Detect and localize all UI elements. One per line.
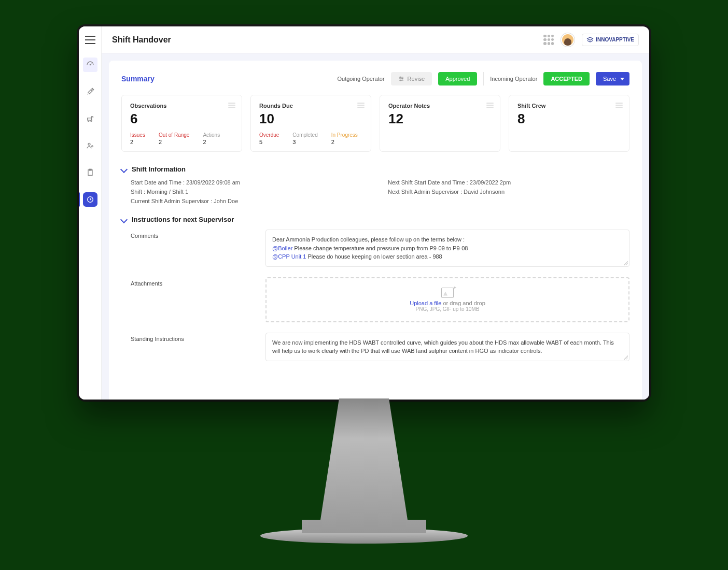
chevron-down-icon (120, 216, 128, 223)
sidebar-tools-icon[interactable] (83, 84, 97, 99)
apps-grid-icon[interactable] (543, 35, 554, 45)
svg-point-11 (400, 80, 401, 81)
incoming-operator-label: Incoming Operator (490, 76, 537, 82)
card-notes[interactable]: Operator Notes 12 (380, 95, 500, 152)
sidebar-equipment-icon[interactable] (83, 111, 97, 126)
comments-label: Comments (131, 230, 245, 267)
brand-badge[interactable]: INNOVAPPTIVE (582, 34, 639, 46)
svg-point-4 (88, 143, 90, 145)
card-crew[interactable]: Shift Crew 8 (509, 95, 629, 152)
brand-label: INNOVAPPTIVE (596, 37, 634, 42)
standing-instructions-input[interactable]: We are now implementing the HDS WABT con… (265, 333, 629, 361)
svg-point-9 (400, 77, 401, 78)
page-title: Shift Handover (112, 35, 171, 45)
upload-link[interactable]: Upload a file (410, 300, 441, 306)
drag-handle-icon (357, 103, 365, 108)
standing-label: Standing Instructions (131, 333, 245, 361)
card-rounds[interactable]: Rounds Due 10 Overdue5 Completed3 In Pro… (250, 95, 371, 152)
revise-button[interactable]: Revise (391, 72, 432, 86)
sliders-icon (398, 76, 404, 82)
shift-start: Start Date and Time : 23/09/2022 09:08 a… (131, 179, 372, 186)
next-shift-start: Next Shift Start Date and Time : 23/09/2… (388, 179, 629, 186)
upload-hint: PNG, JPG, GIF up to 10MB (276, 306, 619, 312)
attachments-dropzone[interactable]: Upload a file or drag and drop PNG, JPG,… (265, 277, 629, 322)
chevron-down-icon (120, 165, 128, 173)
svg-point-2 (88, 120, 89, 122)
chevron-down-icon (620, 78, 624, 80)
approved-button[interactable]: Approved (438, 72, 477, 86)
sidebar-clipboard-icon[interactable] (83, 165, 97, 180)
outgoing-operator-label: Outgoing Operator (337, 76, 384, 82)
hamburger-menu[interactable] (85, 35, 95, 45)
summary-heading: Summary (121, 75, 155, 83)
current-supervisor: Current Shift Admin Supervisor : John Do… (131, 198, 372, 204)
comments-input[interactable]: Dear Ammonia Production colleagues, plea… (265, 230, 629, 267)
drag-handle-icon (228, 103, 235, 108)
sidebar-shift-icon[interactable] (83, 192, 97, 207)
shift-info-toggle[interactable]: Shift Information (121, 165, 629, 173)
svg-point-3 (90, 120, 92, 122)
sidebar (79, 26, 102, 400)
shift-name: Shift : Morning / Shift 1 (131, 189, 372, 195)
svg-rect-1 (87, 118, 91, 120)
drag-handle-icon (486, 103, 494, 108)
card-observations[interactable]: Observations 6 Issues2 Out of Range2 Act… (121, 95, 242, 152)
next-shift-supervisor: Next Shift Admin Supervisor : David John… (388, 189, 629, 195)
attachments-label: Attachments (131, 277, 245, 322)
topbar: Shift Handover INNOVAPPTIVE (102, 26, 649, 53)
drag-handle-icon (615, 103, 623, 108)
avatar[interactable] (561, 33, 575, 47)
image-upload-icon (441, 288, 454, 298)
mention-boiler[interactable]: @Boiler (272, 245, 292, 251)
accepted-button[interactable]: ACCEPTED (543, 72, 590, 86)
svg-point-10 (402, 78, 403, 79)
sidebar-dashboard-icon[interactable] (83, 58, 97, 72)
save-button[interactable]: Save (596, 72, 629, 86)
mention-cpp[interactable]: @CPP Unit 1 (272, 253, 306, 260)
instructions-toggle[interactable]: Instructions for next Supervisor (121, 216, 629, 223)
sidebar-users-icon[interactable] (83, 138, 97, 153)
svg-point-5 (91, 146, 93, 147)
